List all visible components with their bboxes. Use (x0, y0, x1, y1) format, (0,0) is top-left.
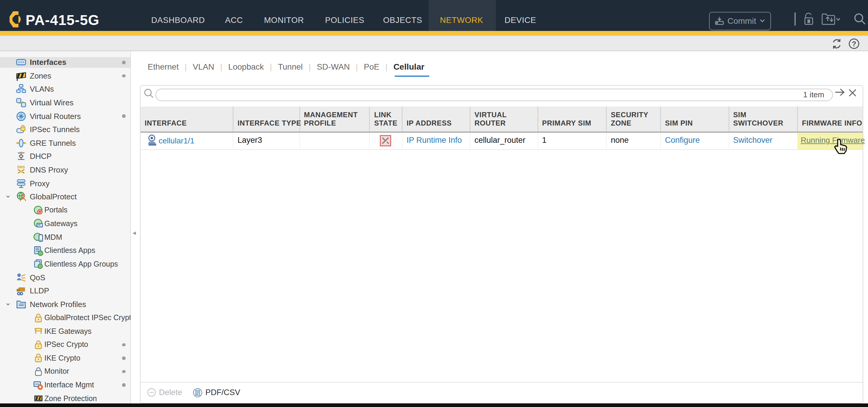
svg-text:IP: IP (20, 152, 23, 155)
svg-text:DNS: DNS (17, 165, 25, 169)
svg-text:?: ? (851, 39, 856, 48)
